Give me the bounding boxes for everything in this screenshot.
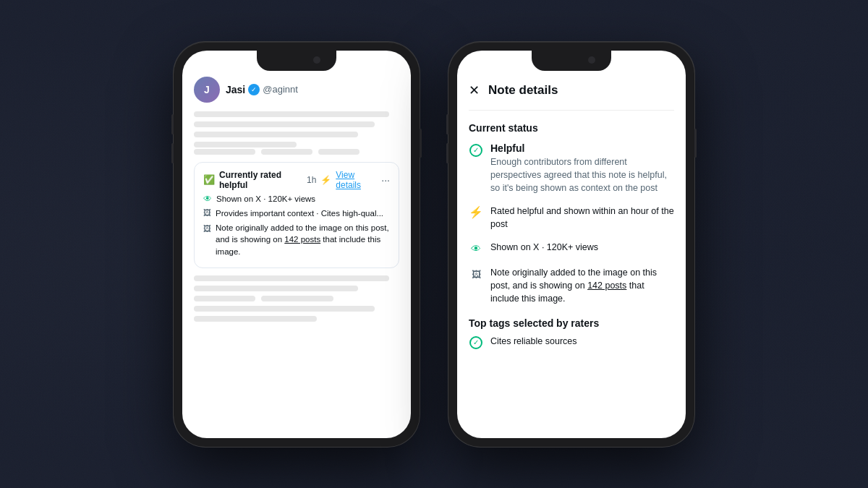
close-button[interactable]: ✕ [469, 82, 480, 98]
phone-shell-left: J Jasi ✓ @aginnt [174, 42, 420, 447]
green-circle: ✓ [469, 144, 482, 157]
note-context-text: Provides important context · Cites high-… [216, 207, 383, 219]
tweet-handle: @aginnt [263, 84, 298, 95]
tag-text: Cites reliable sources [490, 335, 577, 348]
line-5a [194, 149, 255, 155]
status-helpful: ✓ Helpful Enough contributors from diffe… [469, 142, 674, 194]
status-views: 👁 Shown on X · 120K+ views [469, 241, 674, 256]
power-button [420, 129, 422, 158]
image-icon: 🖼 [472, 269, 481, 280]
green-check-icon: ✅ [203, 174, 215, 185]
footer-line-3a [194, 296, 255, 301]
tweet-footer-lines [194, 275, 399, 322]
top-tags-section: Top tags selected by raters ✓ Cites reli… [469, 317, 674, 350]
status-lightning: ⚡ Rated helpful and shown within an hour… [469, 205, 674, 231]
eye-status-icon: 👁 [471, 243, 481, 254]
line-1 [194, 111, 389, 117]
current-status-section: Current status ✓ Helpful Enough contribu… [469, 122, 674, 306]
volume-down-button [171, 143, 174, 163]
views-text-block: Shown on X · 120K+ views [490, 241, 598, 254]
note-views-text: Shown on X · 120K+ views [216, 193, 315, 205]
image-posts-text-block: Note originally added to the image on th… [490, 266, 674, 305]
status-image-posts: 🖼 Note originally added to the image on … [469, 266, 674, 305]
tweet-header: J Jasi ✓ @aginnt [194, 77, 399, 103]
tag-green-circle: ✓ [469, 336, 482, 349]
avatar: J [194, 77, 220, 103]
note-item-views: 👁 Shown on X · 120K+ views [203, 193, 390, 205]
phone-screen-left: J Jasi ✓ @aginnt [182, 51, 411, 438]
tweet-username: Jasi [226, 84, 245, 95]
notch-right [532, 51, 611, 71]
line-5c [318, 149, 359, 155]
user-info: Jasi ✓ @aginnt [226, 84, 298, 95]
volume-up-button-r [446, 114, 448, 134]
user-name-row: Jasi ✓ @aginnt [226, 84, 298, 95]
verified-badge: ✓ [248, 84, 260, 95]
phone-screen-right: ✕ Note details Current status ✓ Helpful … [457, 51, 686, 438]
lightning-bolt-icon: ⚡ [469, 205, 483, 219]
helpful-desc: Enough contributors from different persp… [490, 155, 674, 194]
current-status-label: Current status [469, 122, 674, 134]
views-desc: Shown on X · 120K+ views [490, 241, 598, 254]
lightning-status-icon: ⚡ [469, 205, 483, 220]
footer-line-1 [194, 275, 389, 281]
view-details-link[interactable]: View details [336, 170, 377, 190]
right-phone: ✕ Note details Current status ✓ Helpful … [448, 42, 694, 447]
screen-content-right: ✕ Note details Current status ✓ Helpful … [457, 51, 686, 438]
rated-text: Currently rated helpful [219, 170, 302, 190]
helpful-check-icon: ✓ [469, 143, 483, 158]
more-options[interactable]: ··· [381, 174, 390, 186]
line-4 [194, 142, 297, 147]
note-details-title: Note details [488, 83, 558, 98]
line-2 [194, 121, 375, 127]
lightning-desc: Rated helpful and shown within an hour o… [490, 205, 674, 231]
phone-shell-right: ✕ Note details Current status ✓ Helpful … [448, 42, 694, 447]
line-5b [261, 149, 312, 155]
left-phone: J Jasi ✓ @aginnt [174, 42, 420, 447]
footer-line-5 [194, 316, 317, 322]
lightning-text-block: Rated helpful and shown within an hour o… [490, 205, 674, 231]
lightning-icon: ⚡ [320, 175, 331, 185]
detail-posts-link[interactable]: 142 posts [587, 281, 626, 291]
note-details-header: ✕ Note details [469, 77, 674, 111]
notch-left [257, 51, 336, 71]
line-3 [194, 132, 358, 137]
tag-check-icon: ✓ [469, 335, 483, 350]
views-eye-icon: 👁 [469, 241, 483, 256]
helpful-text-block: Helpful Enough contributors from differe… [490, 142, 674, 194]
footer-line-2 [194, 286, 358, 291]
tweet-content-lines [194, 111, 399, 155]
volume-down-button-r [446, 143, 448, 163]
tag-item-cites: ✓ Cites reliable sources [469, 335, 674, 350]
note-item-context: 🖼 Provides important context · Cites hig… [203, 207, 390, 219]
note-item-image-posts: 🖼 Note originally added to the image on … [203, 222, 390, 257]
footer-line-4 [194, 306, 375, 312]
image-posts-desc: Note originally added to the image on th… [490, 266, 674, 305]
footer-line-3b [261, 296, 333, 301]
community-note-box: ✅ Currently rated helpful 1h ⚡ View deta… [194, 162, 399, 268]
context-icon: 🖼 [203, 207, 211, 218]
posts-link[interactable]: 142 posts [284, 235, 320, 244]
top-tags-label: Top tags selected by raters [469, 317, 674, 329]
image-status-icon: 🖼 [469, 267, 483, 281]
volume-up-button [171, 114, 174, 134]
image-posts-icon: 🖼 [203, 223, 211, 234]
note-time: 1h [307, 175, 316, 185]
note-rated-row: ✅ Currently rated helpful 1h ⚡ View deta… [203, 170, 390, 190]
power-button-r [694, 129, 697, 158]
screen-content-left: J Jasi ✓ @aginnt [182, 51, 411, 438]
eye-icon: 👁 [203, 193, 212, 205]
helpful-label: Helpful [490, 142, 674, 154]
note-image-posts-text: Note originally added to the image on th… [216, 222, 390, 257]
